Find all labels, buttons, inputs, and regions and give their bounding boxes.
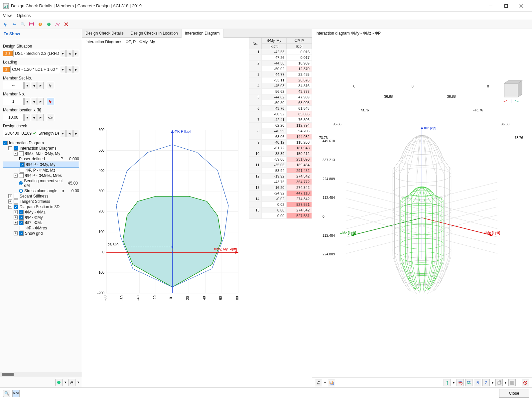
menu-options[interactable]: Options (17, 13, 31, 18)
chevron-down-icon[interactable]: ▾ (60, 66, 66, 73)
prev-button[interactable]: ◂ (31, 82, 37, 89)
expand-icon[interactable]: + (8, 194, 12, 198)
p-mres-check[interactable] (19, 173, 24, 178)
units-footer-icon[interactable]: 0,00 (12, 390, 20, 397)
close-button[interactable] (514, 1, 529, 11)
cube-icon[interactable] (495, 379, 503, 386)
chevron-down-icon[interactable]: ▾ (24, 98, 30, 105)
tb-beam-icon[interactable] (28, 21, 35, 28)
window-title: Design Check Details | Members | Concret… (11, 3, 142, 8)
mz-axis-icon[interactable]: Mz (465, 379, 472, 386)
pick-member-icon[interactable] (47, 98, 54, 105)
tb-force1-icon[interactable]: 1 (37, 21, 44, 28)
menu-view[interactable]: View (3, 13, 12, 18)
memberno-value[interactable]: 1 (3, 98, 24, 105)
prev-button[interactable]: ◂ (66, 66, 72, 73)
copy3d-icon[interactable] (328, 379, 335, 386)
loading-dropdown[interactable]: CO4 - 1.20 * LC1 + 1.60 * LC2 + ... (10, 66, 59, 73)
tb-force2-icon[interactable]: 1 (46, 21, 52, 28)
xxg-icon[interactable]: x/xg (47, 114, 54, 121)
prev-button[interactable]: ◂ (66, 50, 72, 57)
chevron-down-icon[interactable]: ▾ (24, 82, 30, 89)
data-table[interactable]: No.ΦMy, MyΦP, P[kipft][kip]1-42.530.016-… (249, 38, 312, 387)
design-situation-dropdown[interactable]: DS1 - Section 2.3 (LRFD), 1. to 5. (13, 50, 59, 57)
stress-radio[interactable] (19, 189, 23, 193)
expand-icon[interactable]: + (14, 215, 18, 219)
reset3d-icon[interactable] (522, 379, 529, 386)
memberloc-value[interactable]: 10.00 (3, 114, 24, 121)
tb-delete-icon[interactable] (63, 21, 69, 28)
diagram3d-check[interactable]: ✓ (14, 204, 18, 209)
tb-result-icon[interactable] (54, 21, 61, 28)
svg-text:Z: Z (485, 381, 487, 385)
next-button[interactable]: ▸ (73, 130, 79, 137)
print-icon[interactable]: 🖨 (68, 379, 75, 386)
bending-radio[interactable] (19, 181, 23, 185)
svg-text:-36.88: -36.88 (446, 95, 456, 98)
designcheck-dropdown[interactable]: Strength Design | Ax... (37, 130, 59, 137)
color-icon[interactable] (55, 379, 63, 386)
tb-cursor-icon[interactable] (2, 21, 9, 28)
tab-design-checks-location[interactable]: Design Checks in Location (127, 29, 182, 37)
next-button[interactable]: ▸ (73, 50, 79, 57)
stress-sym: α (62, 189, 64, 193)
showgrid-check[interactable]: ✓ (19, 231, 24, 236)
p-my-check[interactable]: ✓ (20, 162, 25, 167)
tb-zoom-icon[interactable]: 🔍 (20, 21, 26, 28)
collapse-icon[interactable]: − (14, 174, 18, 178)
mz-my-check[interactable] (19, 151, 24, 156)
svg-text:0: 0 (169, 297, 173, 299)
my-axis-icon[interactable]: My (457, 379, 464, 386)
p-mz-check[interactable] (20, 168, 24, 173)
chevron-down-icon[interactable]: ▾ (60, 130, 66, 137)
collapse-icon[interactable]: − (14, 152, 18, 156)
expand-icon[interactable]: + (8, 200, 12, 203)
z-axis-icon[interactable]: Z (482, 379, 490, 386)
svg-rect-8 (30, 24, 34, 25)
left-scrollbar[interactable] (0, 372, 82, 377)
search-footer-icon[interactable]: 🔍 (3, 390, 10, 397)
print3d-icon[interactable]: 🖨 (315, 379, 322, 386)
memberset-value[interactable]: -- (3, 82, 24, 89)
prev-button[interactable]: ◂ (31, 98, 37, 105)
design-situation-label: Design Situation (3, 44, 79, 49)
pick-icon[interactable] (47, 82, 54, 89)
svg-text:26.840: 26.840 (108, 243, 118, 247)
ia-diagrams-check[interactable]: ✓ (14, 146, 18, 151)
p-mres2-check[interactable] (20, 226, 24, 230)
expand-icon[interactable]: + (14, 231, 18, 235)
minimize-button[interactable] (483, 1, 498, 11)
svg-line-153 (524, 381, 527, 384)
chevron-down-icon[interactable]: ▾ (24, 114, 30, 121)
prev-button[interactable]: ◂ (66, 130, 72, 137)
close-button[interactable]: Close (499, 389, 529, 398)
svg-point-17 (57, 381, 61, 384)
p-my2-check[interactable]: ✓ (19, 215, 24, 220)
wire-icon[interactable] (508, 379, 516, 386)
secant-check[interactable] (14, 194, 18, 199)
collapse-icon[interactable]: − (8, 205, 12, 209)
view3d[interactable]: 73.7636.880-36.88-73.7636.8836.8873.7673… (312, 38, 532, 377)
my-mz-check[interactable]: ✓ (19, 210, 24, 214)
prev-button[interactable]: ◂ (31, 114, 37, 121)
menubar: View Options (0, 12, 532, 20)
next-button[interactable]: ▸ (38, 82, 44, 89)
maximize-button[interactable] (498, 1, 514, 11)
collapse-icon[interactable]: − (8, 146, 12, 150)
tab-design-check-details[interactable]: Design Check Details (82, 29, 127, 37)
chevron-down-icon[interactable]: ▾ (60, 50, 66, 57)
n-axis-icon[interactable]: N (474, 379, 481, 386)
expand-icon[interactable]: + (14, 221, 18, 225)
next-button[interactable]: ▸ (73, 66, 79, 73)
expand-icon[interactable]: + (14, 210, 18, 214)
svg-text:200: 200 (98, 209, 104, 213)
p-mz2-check[interactable]: ✓ (19, 220, 24, 225)
next-button[interactable]: ▸ (38, 114, 44, 121)
next-button[interactable]: ▸ (38, 98, 44, 105)
tb-pan-icon[interactable] (11, 21, 18, 28)
interaction-diagram-checkbox[interactable]: ✓ (3, 141, 8, 145)
tree-label: Bending moment vect αM (24, 179, 66, 188)
axis-arrow-icon[interactable] (444, 379, 451, 386)
tab-interaction-diagram[interactable]: Interaction Diagram (182, 29, 223, 38)
tangent-check[interactable] (14, 199, 18, 204)
